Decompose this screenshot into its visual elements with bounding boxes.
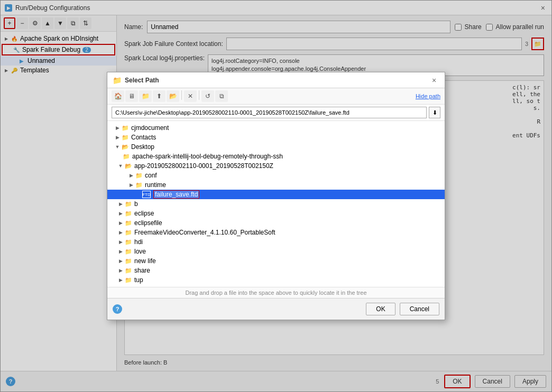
arrow-freemake: ▶ [117,229,124,236]
arrow-share: ▶ [117,267,124,274]
file-item-eclipsefile[interactable]: ▶ 📁 eclipsefile [107,218,445,228]
refresh-button[interactable]: ↺ [201,90,214,102]
label-app-folder: app-20190528002110-0001_20190528T002150Z [134,162,273,170]
path-input[interactable] [112,107,427,118]
arrow-cjmdocument: ▶ [114,124,121,132]
folder-icon-tup: 📁 [124,276,133,284]
dialog-toolbar: 🏠 🖥 📁 ⬆ 📂 ✕ ↺ ⧉ Hide path [107,88,445,105]
arrow-tup: ▶ [117,276,124,284]
dialog-title-icon: 📁 [113,76,122,85]
label-eclipsefile: eclipsefile [134,219,162,227]
dialog-title-bar: 📁 Select Path × [107,72,445,88]
folder-icon-eclipse: 📁 [124,210,133,217]
label-hdi: hdi [134,238,143,246]
label-cjmdocument: cjmdocument [131,124,169,132]
file-item-b[interactable]: ▶ 📁 b [107,199,445,209]
folder-icon-b: 📁 [124,200,133,208]
dialog-close-button[interactable]: × [429,75,439,86]
folder-icon-contacts: 📁 [121,134,130,141]
modal-overlay: 📁 Select Path × 🏠 🖥 📁 ⬆ 📂 ✕ ↺ ⧉ Hide pat… [0,0,552,392]
file-item-cjmdocument[interactable]: ▶ 📁 cjmdocument [107,123,445,133]
folder-icon-hdi: 📁 [124,238,133,246]
file-item-hdi[interactable]: ▶ 📁 hdi [107,237,445,247]
file-item-contacts[interactable]: ▶ 📁 Contacts [107,133,445,142]
path-bar: ⬇ [107,105,445,121]
label-share: share [134,267,150,274]
label-b: b [134,200,138,208]
label-desktop: Desktop [131,143,154,151]
folder-icon-runtime: 📁 [135,181,143,189]
folder-icon-conf: 📁 [135,172,143,179]
selected-filename-badge: failure_save.ftd [153,190,199,199]
copy-path-button[interactable]: ⧉ [215,90,228,102]
file-item-app-folder[interactable]: ▼ 📂 app-20190528002110-0001_20190528T002… [107,161,445,171]
arrow-love: ▶ [117,248,124,255]
dialog-bottom: ? OK Cancel [107,298,445,320]
label-new-life: new life [134,257,156,265]
arrow-eclipsefile: ▶ [117,219,124,227]
file-item-new-life[interactable]: ▶ 📁 new life [107,256,445,266]
folder-icon-new-life: 📁 [124,257,133,265]
folder-icon-apache-spark-tool: 📁 [122,153,131,160]
arrow-runtime: ▶ [127,181,135,189]
folder-up-button[interactable]: ⬆ [153,90,165,102]
file-item-share[interactable]: ▶ 📁 share [107,266,445,275]
label-conf: conf [145,172,157,179]
path-action-button[interactable]: ⬇ [429,107,440,118]
dialog-title: 📁 Select Path [113,76,159,85]
label-eclipse: eclipse [134,210,154,217]
folder-icon-eclipsefile: 📁 [124,219,133,227]
folder-icon-love: 📁 [124,248,133,255]
new-folder-button[interactable]: 📁 [139,90,152,102]
arrow-desktop: ▼ [114,143,121,151]
label-failure-save: failure_save.ftd [153,191,199,198]
folder-icon-freemake: 📁 [124,229,133,236]
drag-hint: Drag and drop a file into the space abov… [107,287,445,298]
hide-path-link[interactable]: Hide path [416,93,440,99]
file-item-failure-save[interactable]: FTD failure_save.ftd [107,190,445,199]
file-item-freemake[interactable]: ▶ 📁 FreemakeVideoConverter_4.1.10.60_Por… [107,228,445,237]
label-contacts: Contacts [131,134,156,141]
toolbar-divider [181,90,182,100]
delete-button[interactable]: ✕ [184,90,197,102]
dialog-cancel-button[interactable]: Cancel [400,303,439,315]
folder-btn2[interactable]: 📂 [167,90,179,102]
label-tup: tup [134,276,143,284]
arrow-eclipse: ▶ [117,210,124,217]
arrow-app-folder: ▼ [117,162,124,170]
arrow-b: ▶ [117,200,124,208]
file-item-runtime[interactable]: ▶ 📁 runtime [107,180,445,190]
folder-icon-desktop: 📂 [121,143,130,151]
arrow-new-life: ▶ [117,257,124,265]
file-item-love[interactable]: ▶ 📁 love [107,247,445,256]
label-runtime: runtime [145,181,166,189]
label-apache-spark-tool: apache-spark-intellij-tool-debug-remotel… [132,153,283,160]
file-item-conf[interactable]: ▶ 📁 conf [107,171,445,180]
dialog-toolbar-left: 🏠 🖥 📁 ⬆ 📂 ✕ ↺ ⧉ [112,90,228,102]
label-freemake: FreemakeVideoConverter_4.1.10.60_Portabl… [134,229,275,236]
toolbar-divider2 [199,90,199,100]
dialog-title-text: Select Path [125,77,159,84]
select-path-dialog: 📁 Select Path × 🏠 🖥 📁 ⬆ 📂 ✕ ↺ ⧉ Hide pat… [107,72,445,320]
arrow-contacts: ▶ [114,134,121,141]
dialog-ok-button[interactable]: OK [366,303,395,315]
arrow-hdi: ▶ [117,238,124,246]
arrow-conf: ▶ [127,172,135,179]
file-item-tup[interactable]: ▶ 📁 tup [107,275,445,285]
file-icon-failure-save: FTD [142,191,151,198]
folder-icon-app: 📂 [124,162,133,170]
label-love: love [134,248,146,255]
file-item-apache-spark-tool[interactable]: 📁 apache-spark-intellij-tool-debug-remot… [107,152,445,161]
file-tree: ▶ 📁 cjmdocument ▶ 📁 Contacts ▼ 📂 Desktop [107,121,445,287]
home-button[interactable]: 🏠 [112,90,124,102]
file-item-eclipse[interactable]: ▶ 📁 eclipse [107,209,445,218]
dialog-help-button[interactable]: ? [113,304,122,314]
desktop-button[interactable]: 🖥 [125,90,138,102]
folder-icon-cjmdocument: 📁 [121,124,130,132]
folder-icon-share: 📁 [124,267,133,274]
file-item-desktop[interactable]: ▼ 📂 Desktop [107,142,445,152]
